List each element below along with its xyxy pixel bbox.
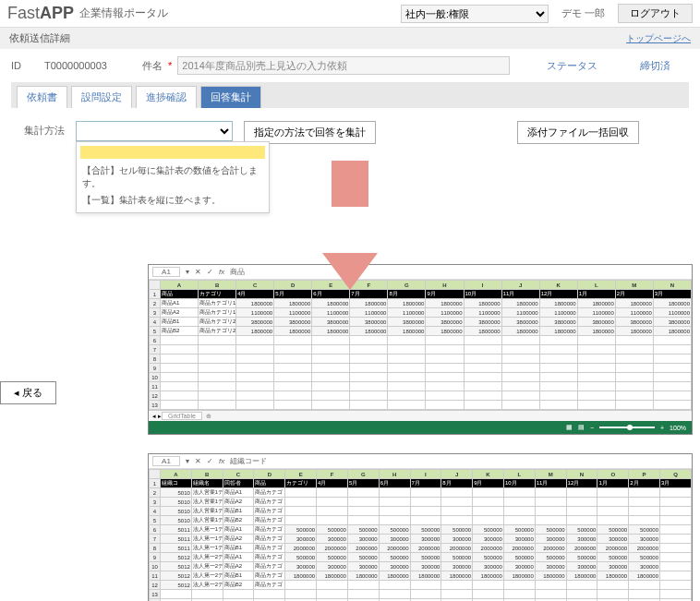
cell[interactable] bbox=[535, 516, 566, 525]
cell[interactable]: 1800000 bbox=[236, 299, 274, 308]
cell[interactable]: 1800000 bbox=[503, 571, 535, 581]
cell[interactable]: 300000 bbox=[410, 535, 441, 544]
cell[interactable]: 2000000 bbox=[285, 544, 317, 553]
col-header[interactable]: A bbox=[161, 470, 192, 479]
cell[interactable]: 300000 bbox=[347, 562, 379, 571]
col-header[interactable]: J bbox=[441, 470, 473, 479]
data-header[interactable]: 4月 bbox=[236, 290, 274, 299]
cell[interactable]: 1800000 bbox=[350, 299, 388, 308]
data-header[interactable]: 6月 bbox=[312, 290, 350, 299]
cell[interactable]: 商品カテゴ bbox=[254, 498, 285, 507]
cell[interactable]: 1100000 bbox=[350, 308, 388, 318]
cell[interactable] bbox=[535, 507, 566, 516]
cell[interactable]: 法人営業1デモ 一郎 bbox=[191, 516, 223, 525]
cell[interactable]: 2000000 bbox=[379, 544, 410, 553]
col-header[interactable]: C bbox=[223, 470, 254, 479]
cell[interactable]: 1800000 bbox=[410, 571, 441, 581]
cell[interactable]: 商品カテゴ bbox=[254, 544, 285, 553]
cell[interactable]: 2000000 bbox=[503, 544, 535, 553]
cell[interactable]: 5010 bbox=[161, 488, 192, 498]
cell[interactable]: 300000 bbox=[347, 535, 379, 544]
cell[interactable]: 1800000 bbox=[653, 299, 691, 308]
cell[interactable]: 5010 bbox=[161, 498, 192, 507]
cell[interactable]: 500000 bbox=[379, 525, 410, 535]
cell[interactable]: 商品A1 bbox=[161, 299, 199, 308]
cell[interactable]: 300000 bbox=[473, 535, 504, 544]
cell[interactable]: 3800000 bbox=[350, 318, 388, 327]
tab-request[interactable]: 依頼書 bbox=[17, 86, 67, 108]
cell[interactable]: 3800000 bbox=[615, 318, 653, 327]
view-icon[interactable]: ▤ bbox=[578, 424, 585, 431]
data-header[interactable]: 10月 bbox=[464, 290, 501, 299]
cell[interactable]: 1100000 bbox=[615, 308, 653, 318]
cell[interactable] bbox=[503, 581, 535, 590]
col-header[interactable]: D bbox=[254, 470, 285, 479]
col-header[interactable]: G bbox=[347, 470, 379, 479]
cell[interactable] bbox=[347, 488, 379, 498]
cell[interactable] bbox=[566, 507, 597, 516]
cell[interactable] bbox=[347, 507, 379, 516]
cell[interactable] bbox=[660, 498, 692, 507]
cell[interactable] bbox=[566, 581, 597, 590]
cell[interactable] bbox=[597, 498, 629, 507]
cell[interactable]: 1800000 bbox=[566, 571, 597, 581]
cell[interactable] bbox=[410, 516, 441, 525]
cell[interactable] bbox=[503, 507, 535, 516]
cell[interactable] bbox=[379, 507, 410, 516]
data-header[interactable]: 7月 bbox=[410, 479, 441, 488]
cell[interactable]: 300000 bbox=[535, 562, 566, 571]
cell[interactable] bbox=[317, 488, 348, 498]
cell[interactable] bbox=[597, 516, 629, 525]
cell[interactable]: 商品B1 bbox=[223, 507, 254, 516]
zoom-out-icon[interactable]: − bbox=[590, 425, 594, 431]
cell[interactable]: 1800000 bbox=[653, 327, 691, 336]
cell[interactable]: 300000 bbox=[503, 562, 535, 571]
cell[interactable]: 3800000 bbox=[501, 318, 539, 327]
cell[interactable]: 500000 bbox=[566, 553, 597, 562]
cell[interactable]: 3800000 bbox=[539, 318, 577, 327]
cell[interactable]: 1100000 bbox=[236, 308, 274, 318]
cell[interactable] bbox=[379, 516, 410, 525]
col-header[interactable]: N bbox=[653, 281, 691, 290]
sheet-nav-icon[interactable]: ◂ ▸ bbox=[152, 413, 162, 420]
cell[interactable]: 500000 bbox=[473, 553, 504, 562]
cell[interactable]: 商品カテゴ bbox=[254, 488, 285, 498]
cell[interactable] bbox=[410, 581, 441, 590]
cell-ref-dropdown-icon[interactable]: ▾ bbox=[186, 268, 189, 276]
cell[interactable]: 1800000 bbox=[236, 327, 274, 336]
tab-aggregate[interactable]: 回答集計 bbox=[200, 86, 261, 108]
data-header[interactable]: 6月 bbox=[379, 479, 410, 488]
cell[interactable]: 商品カテゴ bbox=[254, 535, 285, 544]
cell[interactable]: 500000 bbox=[597, 553, 629, 562]
cell[interactable]: 1800000 bbox=[388, 299, 426, 308]
dropdown-option-sum[interactable]: 【合計】セル毎に集計表の数値を合計します。 bbox=[80, 162, 265, 192]
data-header[interactable]: 5月 bbox=[347, 479, 379, 488]
cell[interactable]: 商品A2 bbox=[223, 562, 254, 571]
cell[interactable]: 300000 bbox=[317, 535, 348, 544]
cell[interactable]: 1800000 bbox=[597, 571, 629, 581]
cell[interactable]: 500000 bbox=[535, 553, 566, 562]
cell[interactable]: 300000 bbox=[317, 562, 348, 571]
cell[interactable]: 2000000 bbox=[629, 544, 660, 553]
col-header[interactable]: K bbox=[539, 281, 577, 290]
cell[interactable]: 法人第一2デモ 七郎 bbox=[191, 562, 223, 571]
cell[interactable] bbox=[566, 498, 597, 507]
cell[interactable]: 500000 bbox=[629, 525, 660, 535]
cell[interactable]: 商品カテゴ bbox=[254, 525, 285, 535]
col-header[interactable]: Q bbox=[660, 470, 692, 479]
zoom-in-icon[interactable]: + bbox=[660, 425, 664, 431]
cell[interactable] bbox=[317, 581, 348, 590]
cell[interactable] bbox=[629, 581, 660, 590]
cell[interactable]: 300000 bbox=[285, 535, 317, 544]
cell[interactable]: 1800000 bbox=[350, 327, 388, 336]
cell[interactable]: 商品A1 bbox=[223, 553, 254, 562]
cell[interactable]: 商品カテゴ bbox=[254, 581, 285, 590]
cell[interactable] bbox=[503, 498, 535, 507]
cell[interactable] bbox=[379, 498, 410, 507]
cell[interactable]: 500000 bbox=[503, 553, 535, 562]
cell[interactable] bbox=[660, 571, 692, 581]
cell[interactable]: 1100000 bbox=[274, 308, 312, 318]
cell[interactable]: 500000 bbox=[285, 553, 317, 562]
cell[interactable]: 500000 bbox=[566, 525, 597, 535]
cell[interactable] bbox=[410, 498, 441, 507]
